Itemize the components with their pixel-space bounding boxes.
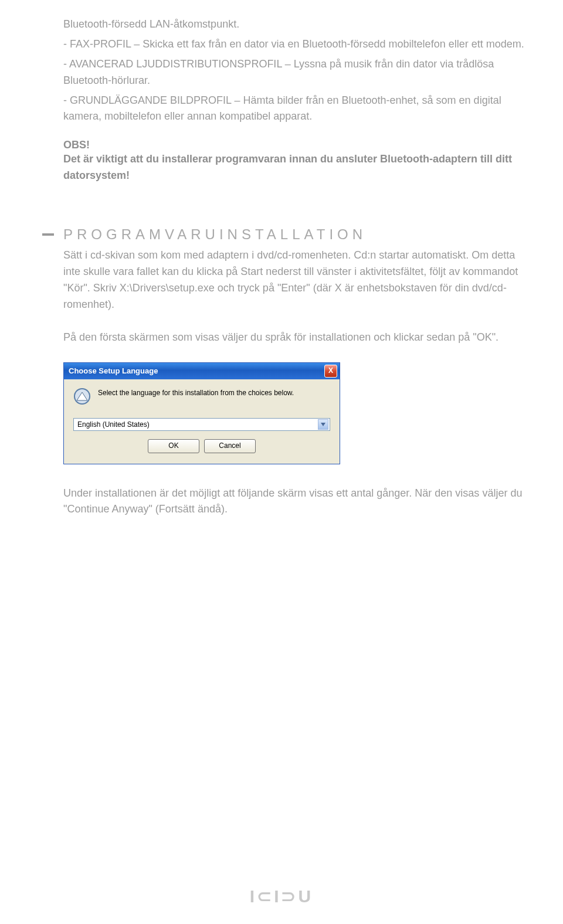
dialog-title: Choose Setup Language — [69, 366, 324, 375]
close-icon: X — [328, 366, 333, 375]
installer-icon — [73, 388, 91, 405]
ok-button[interactable]: OK — [148, 439, 199, 453]
close-button[interactable]: X — [324, 365, 337, 378]
intro-audio: - AVANCERAD LJUDDISTRIBUTIONSPROFIL – Ly… — [63, 56, 528, 89]
section-p2: På den första skärmen som visas väljer d… — [63, 329, 528, 346]
intro-fax: - FAX-PROFIL – Skicka ett fax från en da… — [63, 36, 528, 53]
heading-dash-icon — [42, 233, 54, 236]
language-dialog: Choose Setup Language X Select the langu… — [63, 362, 340, 464]
section-heading: PROGRAMVARUINSTALLATION — [63, 226, 367, 243]
chevron-down-icon — [318, 419, 328, 430]
dialog-body: Select the language for this installatio… — [64, 379, 340, 464]
language-select-value: English (United States) — [77, 420, 318, 429]
section-p1: Sätt i cd-skivan som kom med adaptern i … — [63, 247, 528, 313]
obs-heading: OBS! — [63, 139, 528, 151]
dialog-titlebar: Choose Setup Language X — [64, 363, 340, 379]
section-p3: Under installationen är det möjligt att … — [63, 485, 528, 518]
obs-body: Det är viktigt att du installerar progra… — [63, 151, 528, 184]
intro-line1: Bluetooth-försedd LAN-åtkomstpunkt. — [63, 16, 528, 33]
dialog-message: Select the language for this installatio… — [98, 388, 294, 397]
section-heading-row: PROGRAMVARUINSTALLATION — [42, 226, 528, 243]
language-select[interactable]: English (United States) — [73, 418, 330, 431]
brand-logo: I⊂I⊃U — [250, 886, 313, 906]
dialog-button-row: OK Cancel — [73, 439, 330, 453]
intro-image: - GRUNDLÄGGANDE BILDPROFIL – Hämta bilde… — [63, 93, 528, 125]
cancel-button[interactable]: Cancel — [204, 439, 256, 453]
